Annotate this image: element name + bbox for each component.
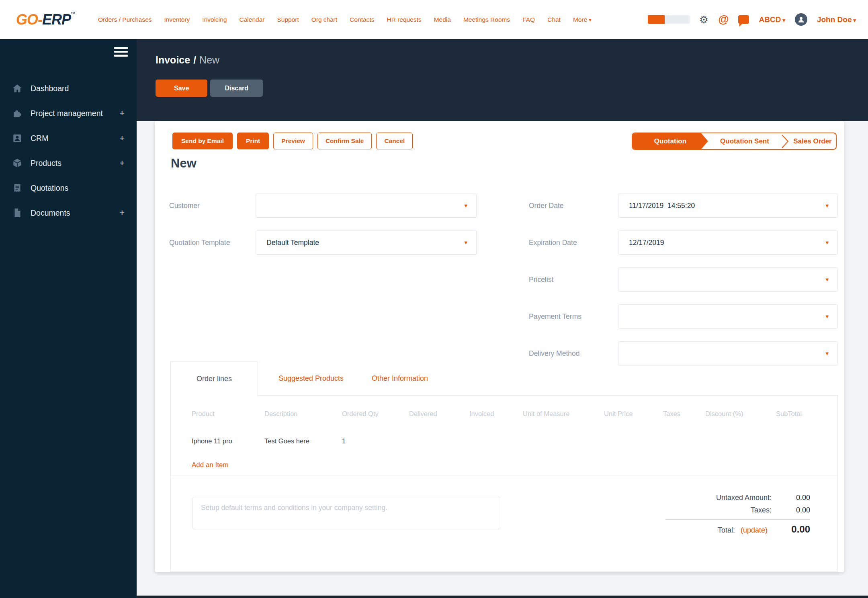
cell-invoiced	[469, 437, 523, 445]
delivery-method-label: Delivery Method	[529, 341, 579, 365]
top-navigation-bar: GO-ERP™ Orders / Purchases Inventory Inv…	[0, 0, 868, 39]
stage-chevron-icon	[781, 133, 789, 149]
sidebar-item-crm[interactable]: CRM +	[0, 126, 137, 151]
breadcrumb-root[interactable]: Invoice	[156, 54, 190, 65]
expand-plus: +	[119, 108, 125, 118]
sidebar: Dashboard Project management + CRM + Pro…	[0, 39, 137, 598]
quotation-template-select[interactable]: Default Template▾	[256, 231, 477, 255]
nav-meetings-rooms[interactable]: Meetings Rooms	[463, 16, 510, 23]
delivery-method-select[interactable]: ▾	[618, 341, 838, 365]
quotation-form-card: Send by Email Print Preview Confirm Sale…	[155, 121, 844, 572]
sidebar-item-label: Quotations	[31, 184, 125, 193]
payment-terms-select[interactable]: ▾	[618, 304, 838, 329]
untaxed-amount-value: 0.00	[772, 494, 810, 502]
hamburger-menu-icon[interactable]	[114, 47, 128, 59]
nav-faq[interactable]: FAQ	[522, 16, 535, 23]
avatar[interactable]	[795, 13, 807, 26]
add-an-item-link[interactable]: Add an Item	[192, 461, 229, 469]
preview-button[interactable]: Preview	[273, 133, 313, 149]
order-date-value: 11/17/2019 14:55:20	[629, 202, 695, 210]
usage-progress-bar	[648, 15, 690, 24]
user-menu[interactable]: John Doe▾	[817, 15, 856, 24]
cell-product[interactable]: Iphone 11 pro	[192, 437, 264, 445]
logo-trademark: ™	[71, 11, 75, 16]
customer-select[interactable]: ▾	[256, 194, 477, 218]
send-by-email-button[interactable]: Send by Email	[172, 133, 233, 149]
order-date-select[interactable]: 11/17/2019 14:55:20▾	[618, 194, 838, 218]
taxes-label: Taxes:	[751, 506, 772, 514]
person-icon	[797, 16, 805, 23]
stage-sales-order[interactable]: Sales Order	[789, 133, 836, 149]
taxes-row: Taxes: 0.00	[665, 506, 810, 514]
expand-plus: +	[119, 208, 125, 218]
pricelist-select[interactable]: ▾	[618, 267, 838, 292]
company-name: ABCD	[759, 15, 781, 24]
untaxed-amount-label: Untaxed Amount:	[716, 494, 772, 502]
stage-quotation-sent[interactable]: Quotation Sent	[708, 133, 781, 149]
nav-calendar[interactable]: Calendar	[240, 16, 265, 23]
nav-contacts[interactable]: Contacts	[350, 16, 374, 23]
total-label: Total:	[718, 526, 735, 535]
nav-media[interactable]: Media	[434, 16, 451, 23]
expiration-date-select[interactable]: 12/17/2019▾	[618, 231, 838, 255]
discard-button[interactable]: Discard	[210, 80, 263, 97]
nav-more[interactable]: More▾	[573, 16, 592, 23]
nav-chat[interactable]: Chat	[547, 16, 561, 23]
tab-other-information[interactable]: Other Information	[372, 361, 428, 395]
customer-label: Customer	[169, 194, 200, 218]
nav-org-chart[interactable]: Org chart	[311, 16, 338, 23]
cell-unit-of-measure	[523, 437, 604, 445]
mentions-icon[interactable]: @	[718, 13, 729, 26]
sidebar-item-quotations[interactable]: Quotations	[0, 176, 137, 200]
nav-inventory[interactable]: Inventory	[164, 16, 190, 23]
gear-icon[interactable]: ⚙	[699, 14, 708, 25]
chat-bubble-icon[interactable]	[738, 15, 749, 24]
save-button[interactable]: Save	[156, 80, 207, 97]
update-total-link[interactable]: (update)	[741, 526, 768, 535]
breadcrumb-current: New	[199, 54, 219, 65]
print-button[interactable]: Print	[237, 133, 269, 149]
table-row[interactable]: Iphone 11 pro Test Goes here 1	[192, 437, 830, 445]
sidebar-item-products[interactable]: Products +	[0, 151, 137, 176]
nav-support[interactable]: Support	[277, 16, 299, 23]
tab-suggested-products[interactable]: Suggested Products	[278, 361, 344, 395]
dropdown-caret-icon: ▾	[825, 231, 829, 254]
tab-order-lines[interactable]: Order lines	[170, 361, 258, 396]
main-content: Invoice/New Save Discard Send by Email P…	[137, 39, 868, 598]
totals-panel: Untaxed Amount: 0.00 Taxes: 0.00 Total: …	[665, 494, 810, 539]
cell-ordered-qty[interactable]: 1	[342, 437, 409, 445]
sidebar-item-project-management[interactable]: Project management +	[0, 101, 137, 126]
sidebar-item-label: Products	[31, 159, 119, 168]
cube-icon	[12, 158, 23, 168]
nav-orders-purchases[interactable]: Orders / Purchases	[98, 16, 152, 23]
cancel-button[interactable]: Cancel	[376, 133, 413, 149]
logo-part-navy: ERP	[42, 11, 71, 28]
sidebar-item-label: CRM	[31, 134, 119, 143]
expand-plus: +	[119, 133, 125, 143]
receipt-icon	[12, 183, 23, 193]
cell-taxes	[663, 437, 705, 445]
pricelist-label: Pricelist	[529, 267, 553, 292]
cell-description[interactable]: Test Goes here	[264, 437, 342, 445]
company-selector[interactable]: ABCD▾	[759, 15, 785, 24]
sidebar-item-documents[interactable]: Documents +	[0, 200, 137, 225]
nav-invoicing[interactable]: Invoicing	[202, 16, 227, 23]
sidebar-item-dashboard[interactable]: Dashboard	[0, 76, 137, 101]
breadcrumb: Invoice/New	[156, 54, 219, 66]
col-discount: Discount (%)	[705, 410, 776, 418]
nav-more-label: More	[573, 16, 587, 23]
cell-delivered	[409, 437, 469, 445]
col-unit-price: Unit Price	[604, 410, 663, 418]
dropdown-caret-icon: ▾	[464, 194, 467, 217]
confirm-sale-button[interactable]: Confirm Sale	[317, 133, 372, 149]
sidebar-item-label: Dashboard	[31, 84, 125, 93]
payment-terms-label: Payement Terms	[529, 304, 581, 329]
dropdown-caret-icon: ▾	[464, 231, 467, 254]
cell-discount	[705, 437, 776, 445]
quotation-template-label: Quotation Template	[169, 231, 230, 255]
col-description: Description	[264, 410, 342, 418]
stage-quotation[interactable]: Quotation	[633, 133, 708, 149]
nav-hr-requests[interactable]: HR requests	[387, 16, 422, 23]
order-table-header: Product Description Ordered Qty Delivere…	[192, 410, 830, 418]
terms-conditions-input[interactable]	[192, 497, 500, 529]
